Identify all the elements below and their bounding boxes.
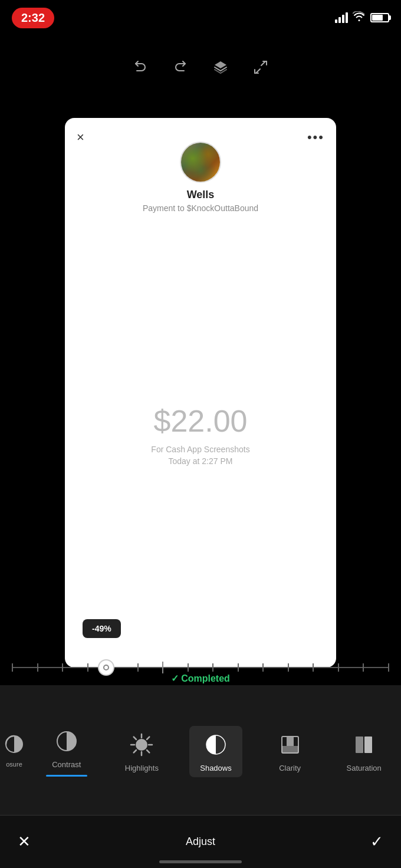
undo-button[interactable] [132, 59, 149, 80]
slider-thumb[interactable] [98, 659, 114, 676]
contrast-icon [52, 727, 81, 755]
editor-toolbar [0, 59, 401, 80]
status-time: 2:32 [12, 8, 54, 28]
sender-name: Wells [187, 189, 215, 201]
highlights-label: Highlights [125, 764, 159, 772]
home-indicator [159, 860, 242, 863]
svg-line-10 [134, 750, 136, 752]
clarity-icon [276, 731, 304, 759]
exposure-label: osure [6, 761, 22, 768]
clarity-label: Clarity [279, 764, 301, 772]
adjustment-badge: -49% [83, 619, 121, 638]
svg-rect-14 [282, 746, 298, 753]
svg-rect-15 [356, 737, 363, 753]
svg-line-9 [147, 737, 149, 739]
svg-point-2 [136, 739, 147, 751]
layers-button[interactable] [212, 59, 229, 80]
battery-icon [370, 13, 389, 22]
completed-status: ✓ Completed [171, 673, 230, 684]
tools-row: Contrast Highlights [28, 685, 401, 815]
payment-time: Today at 2:27 PM [169, 456, 233, 466]
svg-rect-13 [287, 737, 294, 746]
tool-item-highlights[interactable]: Highlights [115, 726, 168, 777]
wifi-icon [353, 11, 366, 25]
tool-item-contrast[interactable]: Contrast [39, 722, 94, 781]
slider-container[interactable]: ✓ Completed [0, 650, 401, 685]
tool-item-shadows[interactable]: Shadows [189, 726, 242, 777]
completed-text: Completed [181, 673, 230, 684]
cancel-button[interactable]: ✕ [18, 833, 31, 851]
highlights-icon [127, 731, 156, 759]
status-bar: 2:32 [0, 0, 401, 35]
exposure-icon [2, 732, 26, 756]
svg-line-7 [134, 737, 136, 739]
shadows-icon [202, 731, 230, 759]
redo-button[interactable] [172, 59, 189, 80]
payment-subtitle: Payment to $KnockOuttaBound [143, 203, 258, 213]
payment-description: For Cash App Screenshots [151, 445, 249, 454]
avatar [180, 142, 221, 183]
svg-line-8 [147, 750, 149, 752]
more-options-button[interactable]: ••• [307, 130, 324, 145]
tool-item-saturation[interactable]: Saturation [337, 726, 390, 777]
saturation-label: Saturation [347, 764, 382, 772]
tools-panel: Contrast Highlights [28, 685, 401, 815]
payment-amount: $22.00 [153, 403, 247, 439]
action-title: Adjust [186, 836, 215, 848]
status-icons [335, 11, 389, 25]
contrast-label: Contrast [52, 760, 81, 769]
signal-icon [335, 12, 348, 23]
tool-item-exposure[interactable]: osure [0, 685, 28, 815]
close-button[interactable]: × [77, 130, 84, 145]
svg-rect-16 [364, 737, 372, 753]
tool-item-clarity[interactable]: Clarity [264, 726, 317, 777]
confirm-button[interactable]: ✓ [370, 833, 383, 851]
payment-card: × ••• Wells Payment to $KnockOuttaBound … [65, 118, 336, 668]
shadows-label: Shadows [200, 764, 231, 772]
check-icon: ✓ [171, 673, 179, 684]
expand-button[interactable] [252, 59, 269, 80]
slider-track[interactable]: ✓ Completed [12, 667, 389, 668]
slider-ticks [12, 662, 389, 673]
saturation-icon [350, 731, 378, 759]
